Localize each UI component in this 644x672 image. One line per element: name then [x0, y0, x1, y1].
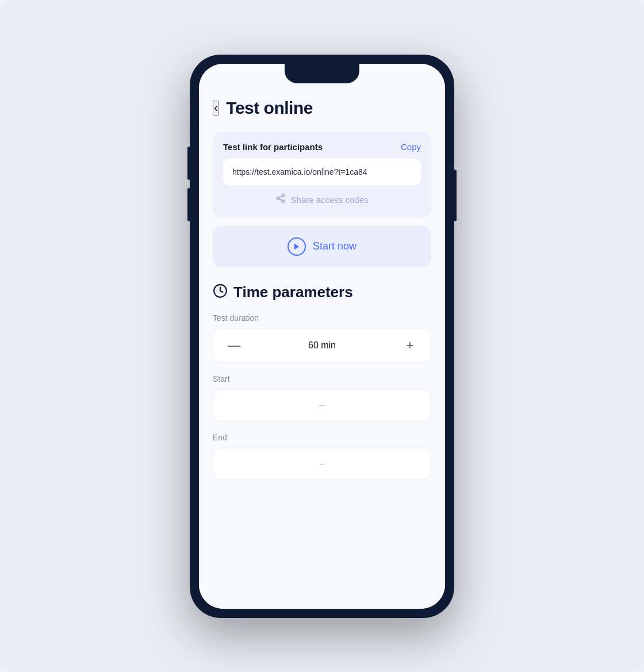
end-section: End --	[213, 433, 431, 480]
header: ‹ Test online	[213, 94, 431, 118]
play-icon	[288, 237, 306, 256]
share-codes-label: Share access codes	[290, 195, 368, 205]
increment-button[interactable]: +	[401, 339, 419, 352]
clock-icon	[213, 283, 228, 302]
start-label: Start	[213, 374, 431, 383]
power-button	[454, 170, 457, 221]
url-box: https://test.examica.io/online?t=1ca84	[223, 159, 421, 185]
duration-stepper: — 60 min +	[213, 328, 431, 363]
end-label: End	[213, 433, 431, 442]
svg-line-3	[279, 199, 282, 201]
section-title: Time parameters	[233, 283, 353, 301]
start-date-box[interactable]: --	[213, 389, 431, 421]
decrement-button[interactable]: —	[225, 339, 243, 352]
card-header: Test link for participants Copy	[223, 142, 421, 152]
start-now-button[interactable]: Start now	[213, 226, 431, 267]
back-button[interactable]: ‹	[213, 101, 219, 116]
copy-button[interactable]: Copy	[401, 142, 421, 152]
test-duration-label: Test duration	[213, 313, 431, 322]
page-title: Test online	[226, 98, 313, 118]
card-label: Test link for participants	[223, 142, 323, 152]
section-header: Time parameters	[213, 283, 431, 302]
share-icon	[275, 193, 286, 206]
duration-value: 60 min	[308, 340, 336, 351]
share-codes-button[interactable]: Share access codes	[223, 193, 421, 206]
notch	[285, 64, 359, 83]
phone-frame: ‹ Test online Test link for participants…	[190, 55, 454, 618]
start-now-label: Start now	[313, 240, 356, 252]
phone-screen: ‹ Test online Test link for participants…	[199, 64, 445, 609]
page-wrapper: ‹ Test online Test link for participants…	[0, 0, 644, 672]
volume-down-button	[187, 188, 190, 221]
screen-content: ‹ Test online Test link for participants…	[199, 64, 445, 609]
back-icon: ‹	[214, 101, 218, 115]
url-text: https://test.examica.io/online?t=1ca84	[232, 167, 367, 176]
end-placeholder: --	[319, 459, 325, 469]
volume-up-button	[187, 147, 190, 180]
end-date-box[interactable]: --	[213, 448, 431, 480]
test-link-card: Test link for participants Copy https://…	[213, 132, 431, 218]
start-placeholder: --	[319, 400, 325, 410]
svg-marker-5	[294, 243, 299, 249]
svg-line-4	[279, 195, 282, 197]
time-parameters-section: Time parameters Test duration — 60 min +…	[213, 283, 431, 480]
